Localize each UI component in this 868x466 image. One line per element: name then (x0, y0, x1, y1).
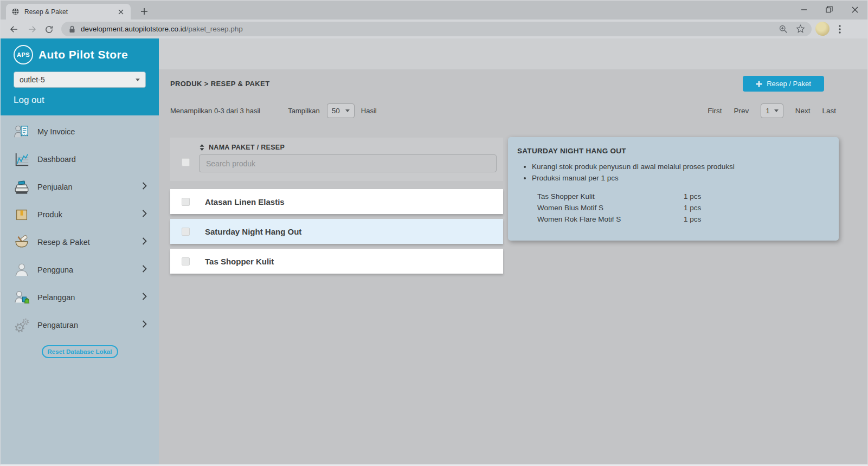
row-checkbox[interactable] (182, 198, 190, 206)
sidebar-item-produk[interactable]: Produk (1, 200, 159, 228)
column-sort-control[interactable]: NAMA PAKET / RESEP (199, 144, 285, 151)
showing-text: Menampilkan 0-3 dari 3 hasil (170, 107, 260, 115)
logout-link[interactable]: Log out (14, 95, 146, 106)
mortar-pestle-icon (14, 234, 30, 250)
chevron-down-icon (136, 79, 140, 81)
detail-bullets: Kurangi stok produk penyusun di awal mel… (517, 161, 830, 184)
chevron-right-icon (142, 182, 147, 192)
select-all-checkbox[interactable] (182, 158, 190, 166)
tab-title: Resep & Paket (24, 8, 117, 16)
chevron-right-icon (142, 320, 147, 330)
restore-button[interactable] (816, 1, 842, 18)
invoice-person-icon (14, 124, 30, 140)
sidebar-item-pengguna[interactable]: Pengguna (1, 256, 159, 283)
bookmark-star-icon[interactable] (794, 23, 806, 35)
sidebar-item-pelanggan[interactable]: Pelanggan (1, 283, 159, 311)
chevron-right-icon (142, 237, 147, 247)
detail-bullet: Produksi manual per 1 pcs (532, 172, 830, 184)
chevron-right-icon (142, 293, 147, 302)
table-row[interactable]: Tas Shopper Kulit (170, 249, 503, 274)
tampilkan-label: Tampilkan (288, 107, 320, 115)
pagination-next[interactable]: Next (795, 107, 811, 115)
cash-register-icon (14, 179, 30, 195)
tab-strip: Resep & Paket (1, 1, 867, 20)
profile-avatar[interactable] (815, 22, 830, 36)
outlet-select[interactable]: outlet-5 (14, 72, 146, 88)
table-row-selected[interactable]: Saturday Night Hang Out (170, 219, 503, 244)
chart-icon (14, 151, 30, 167)
sidebar: APS Auto Pilot Store outlet-5 Log out My… (1, 38, 159, 466)
reload-button[interactable] (42, 22, 56, 36)
page-size-select[interactable]: 50 (327, 103, 355, 118)
browser-tab[interactable]: Resep & Paket (6, 4, 131, 20)
sort-icon (199, 144, 205, 151)
pagination: First Prev 1 Next Last (708, 103, 836, 118)
row-checkbox[interactable] (182, 257, 190, 266)
pagination-first[interactable]: First (708, 107, 722, 115)
sidebar-item-resep-paket[interactable]: Resep & Paket (1, 228, 159, 256)
component-list: Tas Shopper Kulit 1 pcs Women Blus Motif… (537, 191, 830, 225)
breadcrumb: PRODUK > RESEP & PAKET (170, 80, 270, 88)
plus-icon (756, 81, 762, 87)
page-number-select[interactable]: 1 (761, 103, 783, 118)
window-controls (791, 1, 867, 18)
table-header: NAMA PAKET / RESEP (170, 138, 503, 181)
row-checkbox[interactable] (182, 228, 190, 236)
detail-title: SATURDAY NIGHT HANG OUT (517, 147, 830, 155)
results-summary-line: Menampilkan 0-3 dari 3 hasil Tampilkan 5… (170, 103, 377, 118)
zoom-icon[interactable] (777, 23, 789, 35)
new-tab-button[interactable] (137, 5, 151, 18)
browser-window: Resep & Paket (0, 0, 868, 466)
hasil-label: Hasil (361, 107, 377, 115)
globe-favicon (11, 8, 20, 16)
address-bar[interactable]: development.autopilotstore.co.id/paket_r… (61, 22, 812, 36)
box-icon (14, 206, 30, 223)
component-row: Women Blus Motif S 1 pcs (537, 202, 830, 213)
aps-logo: APS (14, 45, 33, 64)
lock-icon (69, 25, 75, 33)
component-row: Women Rok Flare Motif S 1 pcs (537, 213, 830, 225)
close-window-button[interactable] (842, 1, 867, 18)
sidebar-item-my-invoice[interactable]: My Invoice (1, 118, 159, 145)
user-icon (14, 262, 30, 278)
customer-bag-icon (14, 289, 30, 306)
browser-toolbar: development.autopilotstore.co.id/paket_r… (1, 20, 867, 38)
sidebar-item-dashboard[interactable]: Dashboard (1, 145, 159, 173)
browser-menu-icon[interactable] (833, 22, 846, 36)
tab-close-icon[interactable] (117, 8, 125, 16)
pagination-prev[interactable]: Prev (734, 107, 749, 115)
sidebar-item-pengaturan[interactable]: Pengaturan (1, 311, 159, 339)
table-row[interactable]: Atasan Linen Elastis (170, 189, 503, 214)
main-top-strip (159, 38, 868, 69)
chevron-down-icon (345, 109, 350, 112)
brand-name: Auto Pilot Store (38, 48, 128, 61)
chevron-right-icon (142, 265, 147, 275)
url-text: development.autopilotstore.co.id/paket_r… (81, 25, 243, 33)
sidebar-item-penjualan[interactable]: Penjualan (1, 173, 159, 200)
reset-database-button[interactable]: Reset Database Lokal (42, 345, 118, 358)
sidebar-header: APS Auto Pilot Store outlet-5 Log out (1, 38, 159, 115)
gears-icon (14, 317, 30, 333)
add-resep-paket-button[interactable]: Resep / Paket (743, 76, 824, 92)
search-input[interactable] (199, 154, 497, 172)
chevron-right-icon (142, 210, 147, 219)
forward-button[interactable] (25, 22, 39, 36)
minimize-button[interactable] (791, 1, 816, 18)
detail-bullet: Kurangi stok produk penyusun di awal mel… (532, 161, 830, 172)
pagination-last[interactable]: Last (822, 107, 836, 115)
chevron-down-icon (774, 109, 779, 112)
detail-panel: SATURDAY NIGHT HANG OUT Kurangi stok pro… (508, 137, 839, 241)
sidebar-menu: My Invoice Dashboard Penjualan Prod (1, 115, 159, 339)
component-row: Tas Shopper Kulit 1 pcs (537, 191, 830, 202)
back-button[interactable] (7, 22, 21, 36)
column-title: NAMA PAKET / RESEP (209, 144, 285, 151)
